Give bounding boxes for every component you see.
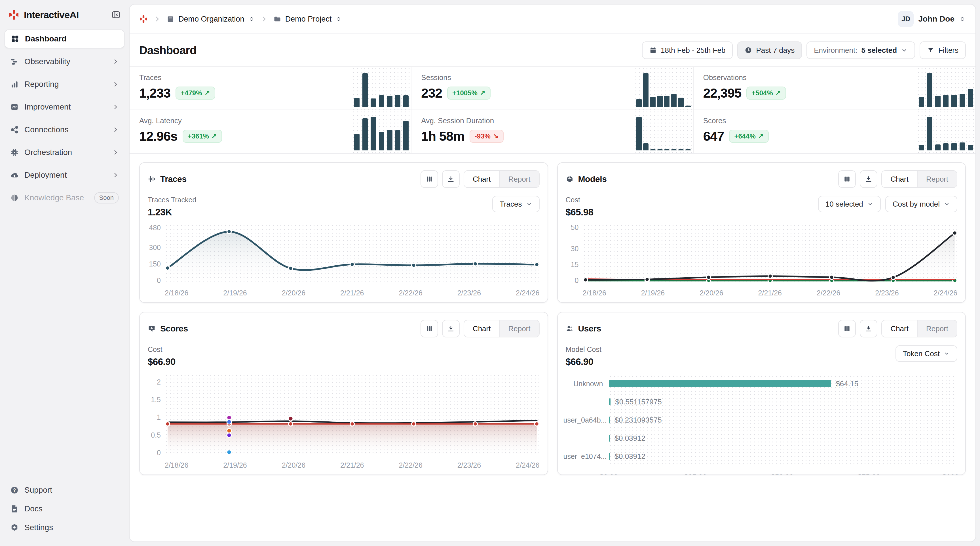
titlebar-actions: 18th Feb - 25th Feb Past 7 days Environm… <box>642 42 966 59</box>
spark-bar <box>968 145 973 150</box>
orchestration-icon <box>10 148 19 156</box>
kpi-sparkline <box>634 67 693 110</box>
spark-bar <box>686 105 691 107</box>
dropdown-value: Token Cost <box>903 349 940 358</box>
kpi-label: Scores <box>703 117 769 125</box>
project-switcher[interactable]: Demo Project <box>274 15 342 24</box>
tab-report[interactable]: Report <box>499 171 539 187</box>
date-range-label: 18th Feb - 25th Feb <box>661 46 725 55</box>
improvement-icon <box>10 103 19 111</box>
org-name: Demo Organization <box>178 15 245 24</box>
download-button[interactable] <box>442 320 460 337</box>
tab-chart[interactable]: Chart <box>464 320 500 337</box>
sidebar-item-settings[interactable]: Settings <box>5 519 124 536</box>
reporting-icon <box>10 80 19 89</box>
spark-bar <box>403 121 409 150</box>
sidebar-item-docs[interactable]: Docs <box>5 500 124 517</box>
download-icon <box>447 176 455 183</box>
brand-logo-icon <box>8 10 19 20</box>
quick-range-button[interactable]: Past 7 days <box>737 42 802 59</box>
x-axis: 2/18/262/19/262/20/262/21/262/22/262/23/… <box>165 284 539 297</box>
svg-text:?: ? <box>13 487 16 493</box>
metric-label: Cost <box>148 345 175 354</box>
select-updown-icon <box>248 16 255 22</box>
connections-icon <box>10 125 19 134</box>
spark-bar <box>664 149 670 150</box>
bar <box>609 453 610 460</box>
settings-icon <box>10 523 19 532</box>
org-switcher[interactable]: Demo Organization <box>167 15 255 24</box>
download-icon <box>447 325 455 332</box>
kpi-avg-session-duration: Avg. Session Duration 1h 58m -93%↘ <box>412 110 693 153</box>
y-tick: 2 <box>157 378 161 386</box>
user-menu[interactable]: JD John Doe <box>898 11 966 27</box>
tab-chart[interactable]: Chart <box>464 171 500 187</box>
download-button[interactable] <box>860 170 877 188</box>
bar-track: $0.231093575 <box>609 411 956 429</box>
models-groupby-dropdown[interactable]: Cost by model <box>885 196 957 212</box>
tab-chart[interactable]: Chart <box>882 171 917 187</box>
breadcrumb-separator-icon <box>153 15 161 23</box>
sidebar-item-connections[interactable]: Connections <box>5 120 124 139</box>
spark-bar <box>387 96 393 107</box>
bar-value-label: $0.03912 <box>615 434 645 443</box>
kpi-scores: Scores 647 +644%↗ <box>694 110 975 153</box>
sidebar-item-dashboard[interactable]: Dashboard <box>5 30 124 48</box>
models-line-chart: 0153050 2/18/262/19/262/20/262/21/262/22… <box>562 224 958 297</box>
trend-arrow-icon: ↗ <box>480 89 485 97</box>
sidebar-item-label: Support <box>24 485 52 495</box>
columns-button[interactable] <box>420 170 438 188</box>
bar-category-label: user_0a64b... <box>563 416 609 424</box>
trend-arrow-icon: ↘ <box>493 132 498 140</box>
chevron-down-icon <box>944 201 950 207</box>
sidebar-item-orchestration[interactable]: Orchestration <box>5 143 124 162</box>
sidebar-item-deployment[interactable]: Deployment <box>5 166 124 184</box>
environment-select[interactable]: Environment: 5 selected <box>807 42 915 59</box>
sidebar-item-observability[interactable]: Observability <box>5 52 124 71</box>
users-metric-dropdown[interactable]: Token Cost <box>896 345 957 362</box>
sidebar-collapse-button[interactable] <box>111 10 121 19</box>
tab-report[interactable]: Report <box>917 171 957 187</box>
bar-category-label: Unknown <box>563 380 609 388</box>
columns-button[interactable] <box>838 170 856 188</box>
bar-value-label: $0.551157975 <box>615 398 662 406</box>
organization-icon <box>167 15 174 23</box>
spark-bar <box>636 99 642 107</box>
tab-chart[interactable]: Chart <box>882 320 917 337</box>
sidebar-item-label: Improvement <box>24 102 71 112</box>
x-tick: 2/24/26 <box>934 289 957 297</box>
spark-bar <box>968 89 973 107</box>
sidebar-item-label: Settings <box>24 523 53 532</box>
sidebar-item-label: Dashboard <box>25 34 66 43</box>
y-tick: 50 <box>571 224 579 231</box>
topbar: Demo Organization Demo Project <box>130 5 975 34</box>
sidebar-item-knowledge-base: Knowledge Base Soon <box>5 188 124 207</box>
columns-button[interactable] <box>838 320 856 337</box>
bar-value-label: $0.231093575 <box>615 416 662 425</box>
kpi-value: 1h 58m <box>421 129 465 144</box>
traces-metric-dropdown[interactable]: Traces <box>492 196 539 212</box>
metric-value: 1.23K <box>148 207 196 218</box>
download-button[interactable] <box>860 320 877 337</box>
spark-bar <box>927 73 932 107</box>
filters-button[interactable]: Filters <box>920 42 966 59</box>
dropdown-value: Traces <box>500 200 522 209</box>
sidebar-item-reporting[interactable]: Reporting <box>5 75 124 94</box>
date-range-button[interactable]: 18th Feb - 25th Feb <box>642 42 733 59</box>
chart-report-toggle: Chart Report <box>464 170 539 188</box>
x-axis: 2/18/262/19/262/20/262/21/262/22/262/23/… <box>583 284 958 297</box>
sidebar-item-support[interactable]: ? Support <box>5 481 124 499</box>
metric-value: $66.90 <box>148 356 175 367</box>
sidebar-item-improvement[interactable]: Improvement <box>5 97 124 117</box>
spark-bar <box>678 149 684 150</box>
x-tick: 2/18/26 <box>583 289 606 297</box>
tab-report[interactable]: Report <box>917 320 957 337</box>
columns-button[interactable] <box>420 320 438 337</box>
x-tick: $25.00 <box>684 473 707 475</box>
download-button[interactable] <box>442 170 460 188</box>
card-title: Users <box>578 324 601 334</box>
tab-report[interactable]: Report <box>499 320 539 337</box>
dropdown-value: Cost by model <box>892 200 940 209</box>
models-selected-dropdown[interactable]: 10 selected <box>818 196 881 212</box>
x-tick: 2/21/26 <box>340 289 364 297</box>
